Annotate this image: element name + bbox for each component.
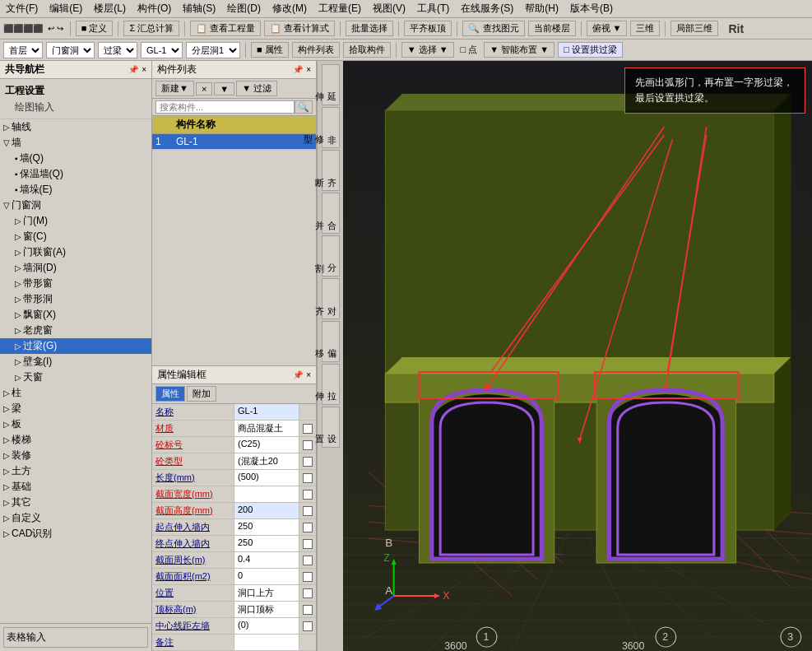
attr-value-name[interactable]: GL-1 [234, 404, 299, 420]
check-box-section-width[interactable] [303, 490, 313, 500]
tree-item-girder[interactable]: ▷ 梁 [0, 401, 151, 416]
menu-modify[interactable]: 修改(M) [270, 2, 309, 16]
attr-label-section-width[interactable]: 截面宽度(mm) [152, 486, 234, 502]
tree-item-decoration[interactable]: ▷ 装修 [0, 448, 151, 463]
view-calc-button[interactable]: 📋 查看计算式 [264, 21, 335, 36]
top-view-button[interactable]: 俯视 ▼ [587, 21, 628, 36]
comp-list-close[interactable]: × [306, 65, 311, 74]
check-box-length[interactable] [303, 473, 313, 483]
attr-label-note[interactable]: 备注 [152, 635, 234, 650]
new-component-button[interactable]: 新建▼ [155, 81, 194, 96]
table-input-button[interactable]: 表格输入 [3, 627, 148, 648]
tree-item-beam[interactable]: ▷ 过梁(G) [0, 338, 151, 354]
menu-axis[interactable]: 辅轴(S) [180, 2, 218, 16]
attr-value-top-elevation[interactable]: 洞口顶标 [234, 602, 299, 617]
attr-value-note[interactable] [234, 635, 299, 650]
attr-close[interactable]: × [306, 370, 311, 379]
attr-label-top-elevation[interactable]: 顶标高(m) [152, 602, 234, 617]
attr-value-section-width[interactable] [234, 486, 299, 502]
attr-check-section-height[interactable] [299, 503, 316, 518]
set-arch-beam-button[interactable]: □ 设置拱过梁 [558, 42, 623, 58]
attr-value-length[interactable]: (500) [234, 470, 299, 486]
3d-view-button[interactable]: 三维 [630, 21, 660, 36]
component-select[interactable]: GL-1 [141, 42, 183, 58]
attr-label-length[interactable]: 长度(mm) [152, 470, 234, 486]
attr-label-area[interactable]: 截面面积(m2) [152, 569, 234, 584]
attr-value-concrete-type[interactable]: (混凝土20 [234, 453, 299, 469]
attr-check-position[interactable] [299, 585, 316, 601]
tree-item-bay-window[interactable]: ▷ 飘窗(X) [0, 307, 151, 323]
attr-value-start-extend[interactable]: 250 [234, 519, 299, 535]
attr-label-centerline[interactable]: 中心线距左墙 [152, 618, 234, 634]
attr-tab-properties[interactable]: 属性 [155, 386, 185, 402]
tree-item-doorwindow[interactable]: ▽ 门窗洞 [0, 198, 151, 213]
check-box-top-elevation[interactable] [303, 605, 313, 615]
attr-check-length[interactable] [299, 470, 316, 486]
tree-item-foundation[interactable]: ▷ 基础 [0, 479, 151, 495]
component-list-button[interactable]: 构件列表 [292, 42, 340, 58]
align-button[interactable]: 对齐 [322, 278, 340, 319]
split-button[interactable]: 分割 [322, 235, 340, 277]
tree-item-earthwork[interactable]: ▷ 土方 [0, 463, 151, 479]
menu-help[interactable]: 帮助(H) [522, 2, 561, 16]
menu-online[interactable]: 在线服务(S) [458, 2, 516, 16]
attr-value-material[interactable]: 商品混凝土 [234, 421, 299, 436]
attr-check-start-extend[interactable] [299, 519, 316, 535]
attr-value-centerline[interactable]: (0) [234, 618, 299, 634]
extend-button[interactable]: 延伸 [322, 64, 340, 105]
break-button[interactable]: 齐断 [322, 150, 340, 191]
tree-item-insul-wall[interactable]: ▪ 保温墙(Q) [0, 166, 151, 182]
menu-quantity[interactable]: 工程量(E) [316, 2, 364, 16]
attr-label-section-height[interactable]: 截面高度(mm) [152, 503, 234, 518]
attr-check-end-extend[interactable] [299, 536, 316, 551]
attr-tab-additional[interactable]: 附加 [187, 386, 216, 402]
tree-item-door[interactable]: ▷ 门(M) [0, 213, 151, 229]
nav-close-button[interactable]: × [142, 65, 146, 74]
pick-component-button[interactable]: 拾取构件 [343, 42, 391, 58]
find-element-button[interactable]: 🔍 查找图元 [462, 21, 524, 36]
tree-item-other[interactable]: ▷ 其它 [0, 495, 151, 510]
menu-draw[interactable]: 绘图(D) [225, 2, 263, 16]
filter-down-button[interactable]: ▼ [214, 82, 234, 95]
draw-input-nav[interactable]: 绘图输入 [5, 100, 146, 115]
tree-item-dormer[interactable]: ▷ 老虎窗 [0, 323, 151, 338]
tree-item-wall[interactable]: ▽ 墙 [0, 135, 151, 151]
current-floor-button[interactable]: 当前楼层 [528, 21, 576, 36]
menu-edit[interactable]: 编辑(E) [47, 2, 85, 16]
attr-label-end-extend[interactable]: 终点伸入墙内 [152, 536, 234, 551]
tree-item-door-window[interactable]: ▷ 门联窗(A) [0, 244, 151, 260]
comp-list-pin[interactable]: 📌 [293, 65, 303, 74]
attr-check-area[interactable] [299, 569, 316, 584]
component-row-gl1[interactable]: 1 GL-1 [152, 134, 316, 150]
attr-label-perimeter[interactable]: 截面周长(m) [152, 552, 234, 568]
menu-floor[interactable]: 楼层(L) [91, 2, 128, 16]
menu-tools[interactable]: 工具(T) [415, 2, 452, 16]
attr-check-concrete-type[interactable] [299, 453, 316, 469]
tree-item-band-window[interactable]: ▷ 带形窗 [0, 276, 151, 291]
tree-item-stair[interactable]: ▷ 楼梯 [0, 432, 151, 448]
check-box-section-height[interactable] [303, 506, 313, 516]
attr-label-position[interactable]: 位置 [152, 585, 234, 601]
batch-select-button[interactable]: 批量选择 [346, 21, 393, 36]
floor-select[interactable]: 首层 [3, 42, 43, 58]
properties-button[interactable]: ■ 属性 [251, 42, 289, 58]
attr-value-area[interactable]: 0 [234, 569, 299, 584]
tree-item-wall-pier[interactable]: ▪ 墙垛(E) [0, 182, 151, 198]
check-box-grade[interactable] [303, 440, 313, 450]
attr-label-concrete-type[interactable]: 砼类型 [152, 453, 234, 469]
check-box-material[interactable] [303, 424, 313, 434]
attr-label-start-extend[interactable]: 起点伸入墙内 [152, 519, 234, 535]
tree-item-custom[interactable]: ▷ 自定义 [0, 510, 151, 526]
tree-item-slab[interactable]: ▷ 板 [0, 416, 151, 432]
category-select[interactable]: 门窗洞 [46, 42, 95, 58]
tree-item-wall-hole[interactable]: ▷ 墙洞(D) [0, 260, 151, 276]
tree-item-niche[interactable]: ▷ 壁龛(I) [0, 354, 151, 370]
check-box-centerline[interactable] [303, 621, 313, 631]
attr-check-centerline[interactable] [299, 618, 316, 634]
check-box-position[interactable] [303, 588, 313, 598]
tree-item-window[interactable]: ▷ 窗(C) [0, 229, 151, 244]
delete-component-button[interactable]: × [196, 82, 212, 95]
attr-value-section-height[interactable]: 200 [234, 503, 299, 518]
check-box-area[interactable] [303, 572, 313, 582]
layer-select[interactable]: 分层洞1 [186, 42, 240, 58]
